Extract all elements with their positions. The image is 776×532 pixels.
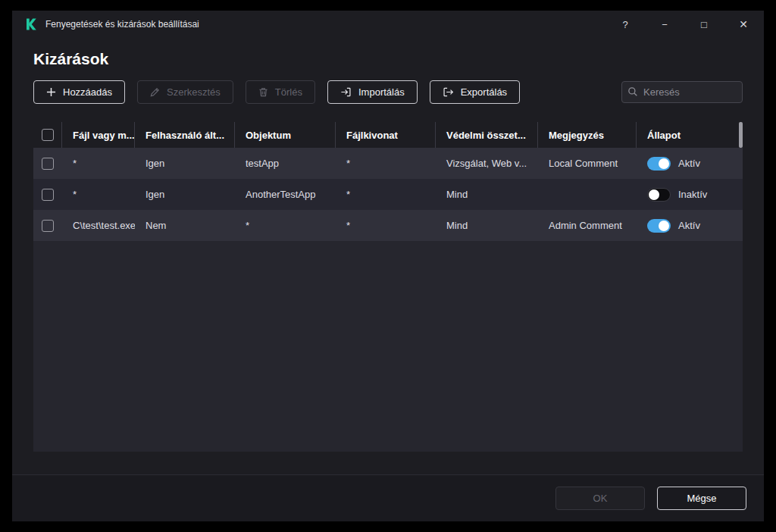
titlebar: Fenyegetések és kizárások beállításai ? … bbox=[12, 11, 764, 38]
cell-components: Mind bbox=[436, 210, 538, 241]
cell-user: Igen bbox=[135, 148, 235, 179]
row-checkbox[interactable] bbox=[42, 220, 54, 232]
search-input[interactable] bbox=[621, 81, 743, 103]
table-header-row: Fájl vagy m... Felhasználó ált... Objekt… bbox=[33, 122, 743, 148]
column-header-comment[interactable]: Megjegyzés bbox=[538, 122, 637, 148]
status-toggle[interactable] bbox=[647, 219, 671, 233]
cell-user: Igen bbox=[135, 179, 235, 210]
ok-button[interactable]: OK bbox=[555, 487, 645, 510]
toggle-knob bbox=[659, 221, 669, 231]
cell-comment bbox=[538, 179, 637, 210]
edit-button-label: Szerkesztés bbox=[167, 86, 221, 98]
table-row[interactable]: C\test\test.exe Nem * * Mind Admin Comme… bbox=[33, 210, 743, 241]
cell-path: * bbox=[62, 148, 135, 179]
cell-object: testApp bbox=[235, 148, 336, 179]
cell-path: * bbox=[62, 179, 135, 210]
row-checkbox[interactable] bbox=[42, 189, 54, 201]
add-button[interactable]: Hozzáadás bbox=[33, 80, 125, 104]
status-label: Aktív bbox=[678, 158, 700, 169]
pencil-icon bbox=[150, 87, 160, 97]
select-all-checkbox[interactable] bbox=[42, 129, 54, 141]
window-title: Fenyegetések és kizárások beállításai bbox=[45, 19, 199, 30]
cell-hash: * bbox=[336, 148, 436, 179]
status-label: Inaktív bbox=[678, 189, 707, 200]
table-row[interactable]: * Igen AnotherTestApp * Mind Inaktív bbox=[33, 179, 743, 210]
column-header-components[interactable]: Védelmi összet... bbox=[436, 122, 538, 148]
delete-button[interactable]: Törlés bbox=[246, 80, 315, 104]
cell-path: C\test\test.exe bbox=[62, 210, 135, 241]
cancel-button[interactable]: Mégse bbox=[657, 487, 746, 510]
search-box bbox=[621, 81, 743, 103]
cell-object: * bbox=[235, 210, 336, 241]
status-toggle[interactable] bbox=[647, 157, 671, 171]
cell-comment: Local Comment bbox=[538, 148, 637, 179]
table-row[interactable]: * Igen testApp * Vizsgálat, Web v... Loc… bbox=[33, 148, 743, 179]
import-icon bbox=[340, 86, 352, 98]
header-checkbox-cell bbox=[33, 122, 62, 148]
search-icon bbox=[627, 86, 638, 97]
cell-status: Aktív bbox=[637, 148, 743, 179]
export-icon bbox=[443, 86, 454, 98]
window-controls: ? − □ ✕ bbox=[617, 16, 752, 33]
plus-icon bbox=[46, 87, 56, 97]
column-header-path[interactable]: Fájl vagy m... bbox=[62, 122, 135, 148]
scrollbar-thumb[interactable] bbox=[739, 122, 743, 148]
cell-object: AnotherTestApp bbox=[235, 179, 336, 210]
import-button-label: Importálás bbox=[358, 86, 405, 98]
app-window: Fenyegetések és kizárások beállításai ? … bbox=[12, 11, 764, 521]
table-body: * Igen testApp * Vizsgálat, Web v... Loc… bbox=[33, 148, 743, 452]
cell-components: Mind bbox=[436, 179, 538, 210]
close-button[interactable]: ✕ bbox=[735, 16, 752, 33]
cell-user: Nem bbox=[135, 210, 235, 241]
page-title: Kizárások bbox=[33, 50, 743, 68]
export-button-label: Exportálás bbox=[461, 86, 507, 98]
cell-hash: * bbox=[336, 179, 436, 210]
toggle-knob bbox=[659, 158, 669, 169]
status-toggle[interactable] bbox=[647, 188, 671, 202]
add-button-label: Hozzáadás bbox=[63, 86, 112, 98]
column-header-status[interactable]: Állapot bbox=[637, 122, 743, 148]
cell-hash: * bbox=[336, 210, 436, 241]
import-button[interactable]: Importálás bbox=[327, 80, 418, 104]
minimize-button[interactable]: − bbox=[656, 16, 673, 33]
edit-button[interactable]: Szerkesztés bbox=[137, 80, 233, 104]
toggle-knob bbox=[649, 189, 659, 200]
export-button[interactable]: Exportálás bbox=[430, 80, 520, 104]
cell-status: Aktív bbox=[637, 210, 743, 241]
row-checkbox[interactable] bbox=[42, 158, 54, 170]
scrollbar-track[interactable] bbox=[739, 122, 743, 452]
footer-bar: OK Mégse bbox=[12, 474, 764, 521]
cell-comment: Admin Comment bbox=[538, 210, 637, 241]
maximize-button[interactable]: □ bbox=[696, 16, 712, 33]
content: Kizárások Hozzáadás Szerkesztés Törlés bbox=[12, 38, 764, 474]
trash-icon bbox=[258, 87, 268, 97]
exclusions-table: Fájl vagy m... Felhasználó ált... Objekt… bbox=[33, 122, 743, 452]
column-header-user[interactable]: Felhasználó ált... bbox=[135, 122, 235, 148]
column-header-object[interactable]: Objektum bbox=[235, 122, 336, 148]
help-button[interactable]: ? bbox=[617, 16, 634, 33]
column-header-hash[interactable]: Fájlkivonat bbox=[336, 122, 436, 148]
status-label: Aktív bbox=[678, 220, 700, 231]
kaspersky-logo-icon bbox=[24, 17, 38, 31]
cell-status: Inaktív bbox=[637, 179, 743, 210]
toolbar: Hozzáadás Szerkesztés Törlés Importálás bbox=[33, 80, 743, 104]
delete-button-label: Törlés bbox=[275, 86, 302, 98]
cell-components: Vizsgálat, Web v... bbox=[436, 148, 538, 179]
